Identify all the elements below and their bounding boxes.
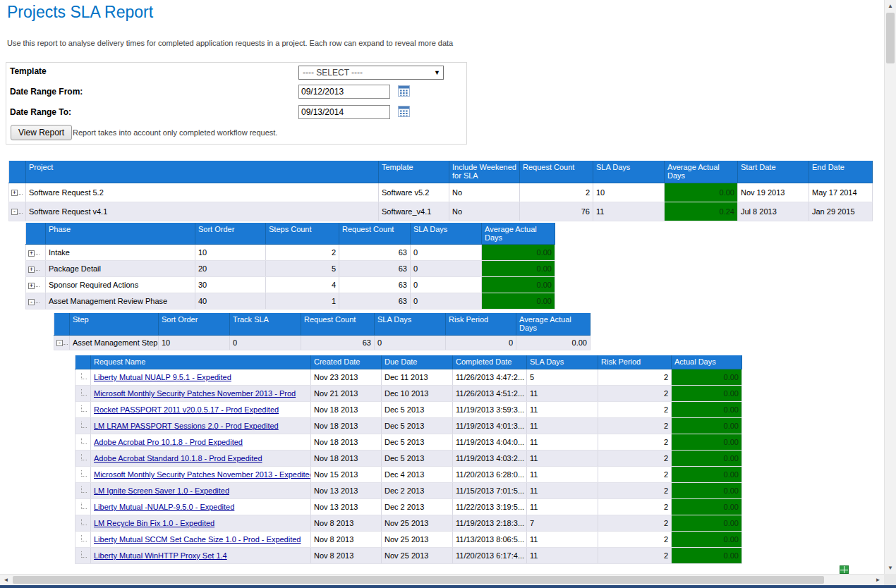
avg-actual-days-cell: 0.00 <box>482 293 555 310</box>
created-date-cell: Nov 8 2013 <box>311 548 382 564</box>
request-link[interactable]: Rocket PASSPORT 2011 v20.0.5.17 - Prod E… <box>94 405 279 414</box>
start-date-cell: Jul 8 2013 <box>738 202 809 221</box>
horizontal-scrollbar-thumb[interactable] <box>13 576 824 584</box>
tree-cell <box>75 548 91 564</box>
report-area: Project Template Include Weekened for SL… <box>8 161 882 574</box>
due-date-cell: Dec 2 2013 <box>382 499 453 515</box>
completed-date-cell: 11/13/2013 8:06:5... <box>453 532 527 548</box>
risk-period-cell: 2 <box>598 418 672 434</box>
filter-panel: Template ---- SELECT ---- ▼ Date Range F… <box>6 62 467 145</box>
due-date-cell: Dec 5 2013 <box>382 434 453 451</box>
col-project: Project <box>26 161 379 183</box>
requests-header-row: Request Name Created Date Due Date Compl… <box>75 355 742 369</box>
tree-connector <box>81 422 87 428</box>
request-link[interactable]: LM Ignite Screen Saver 1.0 - Expedited <box>94 486 229 495</box>
expand-toggle-icon[interactable]: - <box>28 299 35 305</box>
expand-toggle-icon[interactable]: + <box>28 267 35 273</box>
request-link[interactable]: LM Recycle Bin Fix 1.0 - Expedited <box>94 519 214 527</box>
tree-column-header <box>75 355 91 369</box>
sla-days-cell: 0 <box>375 335 446 350</box>
report-note: Report takes into account only completed… <box>73 128 277 137</box>
phase-row: + Package Detail 20 5 63 0 0.00 <box>26 261 555 277</box>
tree-connector <box>81 486 87 493</box>
calendar-to-icon[interactable] <box>396 106 411 118</box>
col-steps-count: Steps Count <box>266 223 339 245</box>
tree-connector <box>81 470 87 477</box>
date-from-input[interactable] <box>298 85 390 99</box>
due-date-cell: Dec 5 2013 <box>382 402 453 418</box>
completed-date-cell: 11/20/2013 6:28:0... <box>453 467 527 483</box>
request-link[interactable]: LM LRAM PASSPORT Sessions 2.0 - Prod Exp… <box>94 422 279 430</box>
col-end-date: End Date <box>809 161 873 183</box>
completed-date-cell: 11/19/2013 4:04:0... <box>453 434 527 451</box>
col-risk-period: Risk Period <box>598 355 672 369</box>
created-date-cell: Nov 13 2013 <box>311 483 382 499</box>
horizontal-scrollbar[interactable]: ◄ ► <box>0 574 884 585</box>
due-date-cell: Dec 2 2013 <box>382 483 453 499</box>
date-to-label: Date Range To: <box>10 107 71 117</box>
date-to-input[interactable] <box>298 105 390 119</box>
tree-connector <box>81 551 87 558</box>
projects-header-row: Project Template Include Weekened for SL… <box>9 161 873 183</box>
request-link[interactable]: Adobe Acrobat Pro 10.1.8 - Prod Expedite… <box>94 438 243 446</box>
sort-order-cell: 10 <box>195 245 266 261</box>
scroll-up-icon[interactable]: ▲ <box>885 0 896 12</box>
created-date-cell: Nov 13 2013 <box>311 499 382 515</box>
created-date-cell: Nov 18 2013 <box>311 402 382 418</box>
tree-connector <box>81 503 87 509</box>
project-row: + Software Request 5.2 Software v5.2 No … <box>9 183 873 202</box>
request-link[interactable]: Microsoft Monthly Security Patches Novem… <box>94 389 296 398</box>
completed-date-cell: 11/20/2013 6:17:4... <box>453 548 527 564</box>
vertical-scrollbar[interactable]: ▲ ▼ <box>884 0 896 574</box>
scroll-right-icon[interactable]: ► <box>872 575 884 585</box>
tree-cell: + <box>26 277 46 293</box>
due-date-cell: Dec 10 2013 <box>382 386 453 402</box>
request-name-cell: Liberty Mutual NUALP 9.5.1 - Expedited <box>91 369 311 386</box>
risk-period-cell: 2 <box>598 451 672 467</box>
calendar-from-icon[interactable] <box>396 85 411 98</box>
steps-count-cell: 2 <box>266 245 339 261</box>
phase-name-cell: Sponsor Required Actions <box>46 277 195 293</box>
scroll-down-icon[interactable]: ▼ <box>885 562 896 574</box>
template-cell: Software_v4.1 <box>379 202 449 221</box>
view-report-button[interactable]: View Report <box>11 125 72 140</box>
include-weekend-cell: No <box>449 183 520 202</box>
tree-cell: - <box>26 293 46 310</box>
expand-toggle-icon[interactable]: - <box>56 340 63 346</box>
tree-connector <box>81 519 87 525</box>
expand-toggle-icon[interactable]: + <box>11 190 18 196</box>
request-link[interactable]: Liberty Mutual NUALP 9.5.1 - Expedited <box>94 373 231 381</box>
expand-toggle-icon[interactable]: + <box>28 283 35 289</box>
end-date-cell: May 17 2014 <box>809 183 873 202</box>
actual-days-cell: 0.00 <box>672 499 742 515</box>
expand-toggle-icon[interactable]: + <box>28 250 35 257</box>
track-sla-cell: 0 <box>230 335 301 350</box>
request-link[interactable]: Liberty Mutual WinHTTP Proxy Set 1.4 <box>94 551 227 560</box>
template-select[interactable]: ---- SELECT ---- ▼ <box>298 66 444 80</box>
actual-days-cell: 0.00 <box>672 451 742 467</box>
tree-connector <box>35 284 40 287</box>
request-count-cell: 63 <box>339 245 411 261</box>
col-request-count: Request Count <box>520 161 593 183</box>
request-link[interactable]: Liberty Mutual SCCM Set Cache Size 1.0 -… <box>94 535 301 544</box>
risk-period-cell: 2 <box>598 483 672 499</box>
scroll-left-icon[interactable]: ◄ <box>0 575 12 585</box>
tree-connector <box>81 373 87 379</box>
request-link[interactable]: Microsoft Monthly Security Patches Novem… <box>94 470 311 479</box>
expand-column-header <box>54 313 70 335</box>
request-row: Liberty Mutual -NUALP-9.5.0 - Expedited … <box>75 499 742 515</box>
due-date-cell: Dec 4 2013 <box>382 467 453 483</box>
request-link[interactable]: Adobe Acrobat Standard 10.1.8 - Prod Exp… <box>94 454 262 463</box>
tree-connector <box>81 438 87 444</box>
excel-export-icon[interactable] <box>840 565 849 574</box>
expand-toggle-icon[interactable]: - <box>11 209 18 215</box>
actual-days-cell: 0.00 <box>672 467 742 483</box>
vertical-scrollbar-thumb[interactable] <box>886 13 895 63</box>
risk-period-cell: 2 <box>598 467 672 483</box>
request-link[interactable]: Liberty Mutual -NUALP-9.5.0 - Expedited <box>94 503 234 511</box>
template-cell: Software v5.2 <box>379 183 449 202</box>
sla-days-cell: 11 <box>593 202 665 221</box>
sla-days-cell: 0 <box>411 261 482 277</box>
request-row: Adobe Acrobat Standard 10.1.8 - Prod Exp… <box>75 451 742 467</box>
sla-days-cell: 11 <box>527 386 598 402</box>
